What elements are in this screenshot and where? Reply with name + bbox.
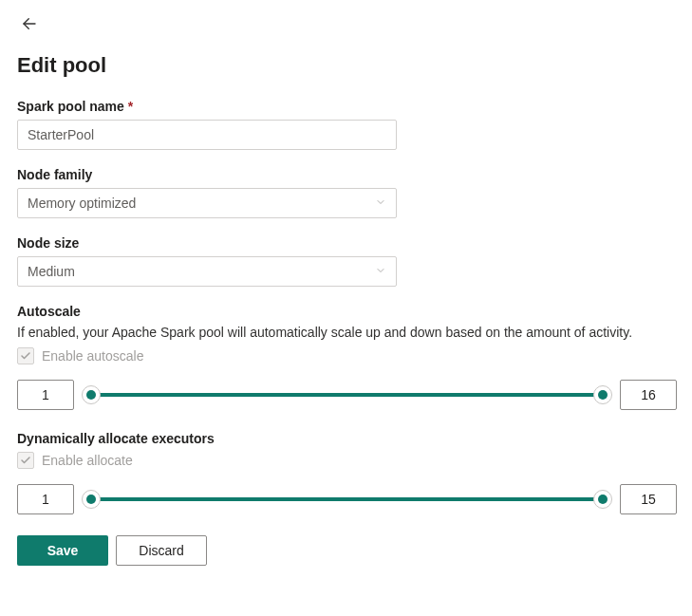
slider-thumb-max[interactable] [593,490,612,509]
autoscale-max[interactable]: 16 [620,380,677,410]
check-icon [20,350,31,362]
checkbox-dyn-alloc[interactable] [17,452,34,469]
arrow-left-icon [21,15,38,32]
field-autoscale: Autoscale If enabled, your Apache Spark … [17,304,675,410]
label-node-family: Node family [17,167,675,182]
node-size-select[interactable]: Medium [17,256,397,287]
label-dyn-alloc: Dynamically allocate executors [17,431,675,446]
checkbox-row-dyn-alloc: Enable allocate [17,452,675,469]
chevron-down-icon [375,264,386,279]
range-dyn-alloc: 1 15 [17,484,677,514]
checkbox-label-autoscale: Enable autoscale [42,348,143,364]
button-row: Save Discard [17,535,675,566]
slider-thumb-min[interactable] [82,490,101,509]
label-autoscale: Autoscale [17,304,675,319]
checkbox-row-autoscale: Enable autoscale [17,347,675,364]
pool-name-input[interactable] [28,121,386,149]
node-family-select[interactable]: Memory optimized [17,188,397,218]
checkbox-autoscale[interactable] [17,347,34,364]
field-dyn-alloc: Dynamically allocate executors Enable al… [17,431,675,514]
back-button[interactable] [17,11,42,36]
slider-thumb-min[interactable] [82,385,101,404]
label-node-size: Node size [17,235,675,251]
help-autoscale: If enabled, your Apache Spark pool will … [17,325,675,340]
slider-track [85,393,608,397]
slider-track [85,497,608,501]
chevron-down-icon [375,196,386,211]
pool-name-input-wrap [17,120,397,150]
range-autoscale: 1 16 [17,380,677,410]
checkbox-label-dyn-alloc: Enable allocate [42,453,133,468]
node-family-value: Memory optimized [28,196,136,211]
autoscale-slider[interactable] [85,385,608,404]
dyn-alloc-max[interactable]: 15 [620,484,677,514]
save-button[interactable]: Save [17,535,108,566]
label-pool-name: Spark pool name * [17,99,675,114]
node-size-value: Medium [28,264,75,279]
autoscale-min[interactable]: 1 [17,380,74,410]
dyn-alloc-slider[interactable] [85,490,608,509]
required-asterisk: * [128,99,133,114]
check-icon [20,455,31,466]
dyn-alloc-min[interactable]: 1 [17,484,74,514]
field-node-size: Node size Medium [17,235,675,287]
discard-button[interactable]: Discard [116,535,207,566]
slider-thumb-max[interactable] [593,385,612,404]
page-title: Edit pool [17,53,675,78]
field-pool-name: Spark pool name * [17,99,675,150]
field-node-family: Node family Memory optimized [17,167,675,218]
